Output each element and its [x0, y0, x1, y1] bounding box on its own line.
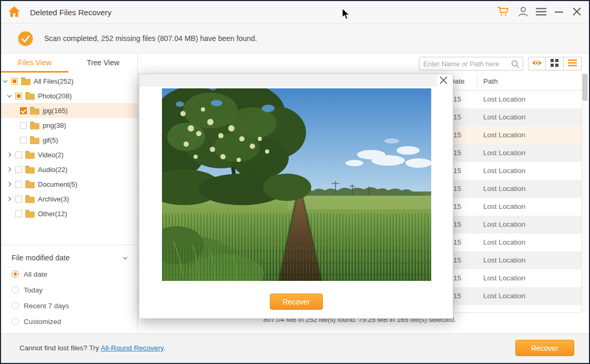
chevron-right-icon[interactable] [7, 153, 12, 157]
column-divider[interactable] [477, 76, 477, 87]
tree-item-png[interactable]: png(38) [1, 118, 137, 133]
tree-label: gif(5) [43, 136, 58, 144]
tree-item-other[interactable]: Other(12) [1, 206, 137, 221]
radio-icon [12, 302, 19, 309]
cell-date: 15 [453, 220, 461, 228]
cell-path: Lost Location [483, 185, 525, 193]
tree-label: Document(5) [38, 180, 77, 188]
cell-date: 15 [453, 238, 461, 246]
eye-icon [532, 59, 542, 69]
checkbox-empty[interactable] [15, 181, 22, 188]
app-window: Deleted Files Recovery [0, 0, 590, 364]
cell-path: Lost Location [483, 203, 525, 210]
tree-item-archive[interactable]: Archive(3) [1, 191, 137, 206]
radio-today[interactable]: Today [12, 285, 43, 295]
cell-path: Lost Location [483, 131, 525, 139]
store-button[interactable] [496, 6, 510, 19]
tree-item-all-files[interactable]: All Files(252) [1, 74, 137, 88]
checkbox-empty[interactable] [20, 137, 27, 144]
cell-path: Lost Location [483, 149, 525, 157]
modal-recover-button[interactable]: Recover [270, 294, 323, 310]
scan-message: Scan completed, 252 missing files (807.0… [44, 34, 257, 43]
grid-view-button[interactable] [546, 57, 564, 70]
tab-files-view-label: Files View [18, 58, 52, 67]
window-title: Deleted Files Recovery [30, 8, 111, 17]
tree-item-jpg[interactable]: jpg(165) [1, 103, 137, 118]
folder-icon [25, 167, 35, 174]
close-icon [440, 76, 447, 86]
radio-all-date[interactable]: All date [12, 269, 47, 279]
checkbox-empty[interactable] [20, 122, 27, 129]
close-button[interactable] [570, 6, 584, 19]
checkbox-partial[interactable] [11, 78, 18, 85]
search-box [419, 57, 523, 70]
tree-label: Archive(3) [38, 195, 69, 203]
checkbox-empty[interactable] [15, 151, 22, 158]
tree-item-video[interactable]: Video(2) [1, 147, 137, 162]
footer-hint: Cannot find lost files? Try All-Round Re… [19, 344, 165, 352]
close-icon [573, 7, 581, 18]
checkbox-empty[interactable] [15, 196, 22, 203]
cell-date: 15 [453, 292, 461, 300]
chevron-right-icon[interactable] [7, 182, 12, 187]
cell-date: 15 [453, 185, 461, 193]
preview-toggle-button[interactable] [528, 57, 546, 70]
tree-item-audio[interactable]: Audio(22) [1, 162, 137, 177]
cell-date: 15 [453, 203, 461, 210]
tree-item-document[interactable]: Document(5) [1, 177, 137, 191]
scrollbar-thumb[interactable] [583, 74, 587, 100]
list-view-button[interactable] [564, 57, 582, 70]
account-icon [517, 6, 529, 19]
date-filter-title: File modified date [12, 254, 70, 262]
radio-recent-7-days[interactable]: Recent 7 days [12, 300, 69, 311]
radio-customized[interactable]: Customized [12, 316, 61, 327]
radio-selected-icon [12, 270, 19, 278]
folder-icon [25, 182, 35, 188]
active-tab-indicator [1, 71, 68, 73]
cell-date: 15 [453, 113, 461, 121]
tab-tree-view[interactable]: Tree View [69, 54, 137, 73]
checkbox-empty[interactable] [15, 166, 22, 173]
menu-button[interactable] [534, 6, 548, 19]
tab-files-view[interactable]: Files View [1, 54, 68, 73]
checkbox-empty[interactable] [15, 210, 22, 217]
chevron-right-icon[interactable] [7, 197, 12, 201]
cell-path: Lost Location [483, 220, 525, 228]
modal-close-button[interactable] [437, 75, 450, 87]
cell-date: 15 [453, 167, 461, 175]
cell-path: Lost Location [483, 113, 525, 121]
checkbox-partial[interactable] [15, 93, 22, 99]
chevron-right-icon[interactable] [7, 167, 12, 172]
checkbox-checked[interactable] [20, 107, 27, 114]
tree-item-photo[interactable]: Photo(208) [1, 88, 137, 103]
folder-icon [25, 211, 35, 218]
chevron-down-icon[interactable] [3, 79, 8, 84]
home-button[interactable] [7, 6, 21, 19]
account-button[interactable] [516, 6, 530, 19]
search-icon[interactable] [511, 60, 520, 70]
vertical-scrollbar[interactable] [582, 73, 587, 312]
cell-path: Lost Location [483, 274, 525, 282]
tree-label: Audio(22) [38, 166, 67, 174]
check-circle-icon [18, 31, 33, 48]
preview-modal: Recover [139, 74, 453, 319]
minimize-button[interactable] [552, 6, 566, 19]
search-input[interactable] [423, 58, 507, 69]
home-icon [8, 6, 21, 19]
sidebar: Files View Tree View All Files(252) Phot… [1, 54, 138, 333]
tree-label: Video(2) [38, 151, 64, 159]
recover-button[interactable]: Recover [515, 340, 574, 356]
folder-icon [25, 94, 35, 100]
preview-image [162, 88, 431, 281]
all-round-recovery-link[interactable]: All-Round Recovery [101, 344, 164, 352]
scan-banner: Scan completed, 252 missing files (807.0… [1, 24, 589, 54]
tree-item-gif[interactable]: gif(5) [1, 133, 137, 147]
column-header-path[interactable]: Path [483, 77, 498, 85]
cell-path: Lost Location [483, 256, 525, 264]
chevron-down-icon[interactable] [123, 256, 128, 260]
folder-icon [30, 138, 39, 144]
chevron-down-icon[interactable] [7, 94, 12, 98]
radio-label: Today [24, 286, 43, 294]
cell-date: 15 [453, 95, 461, 103]
folder-icon [25, 197, 35, 203]
